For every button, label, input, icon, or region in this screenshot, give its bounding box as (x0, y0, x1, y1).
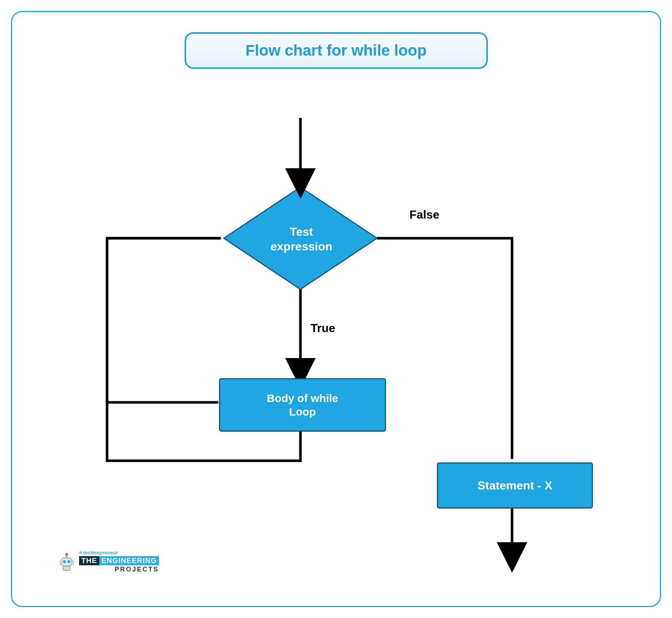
svg-rect-5 (66, 556, 67, 558)
robot-icon (58, 551, 75, 573)
watermark-main: THE ENGINEERING (79, 556, 159, 565)
watermark-text: # technopreneur THE ENGINEERING PROJECTS (79, 550, 159, 573)
rounded-panel: Flow chart for while loop (11, 11, 661, 607)
decision-node: Test expression (243, 206, 360, 272)
true-edge-label: True (311, 321, 335, 335)
svg-point-4 (65, 553, 68, 556)
svg-point-8 (67, 560, 70, 563)
svg-rect-11 (72, 560, 74, 565)
svg-rect-10 (59, 560, 62, 565)
outer-frame: Flow chart for while loop (0, 0, 672, 618)
body-text: Body of while Loop (267, 391, 338, 419)
flowchart-svg (12, 12, 660, 606)
body-node: Body of while Loop (219, 378, 386, 432)
svg-point-7 (63, 560, 66, 563)
watermark-the: THE (79, 556, 99, 565)
watermark-engineering: ENGINEERING (99, 556, 159, 565)
statement-text: Statement - X (478, 478, 552, 493)
statement-node: Statement - X (437, 462, 593, 509)
svg-rect-9 (63, 566, 70, 570)
watermark: # technopreneur THE ENGINEERING PROJECTS (58, 550, 159, 573)
watermark-tag: # technopreneur (79, 550, 159, 555)
decision-text: Test expression (271, 224, 333, 254)
watermark-projects: PROJECTS (79, 566, 159, 573)
false-edge-label: False (409, 208, 439, 221)
